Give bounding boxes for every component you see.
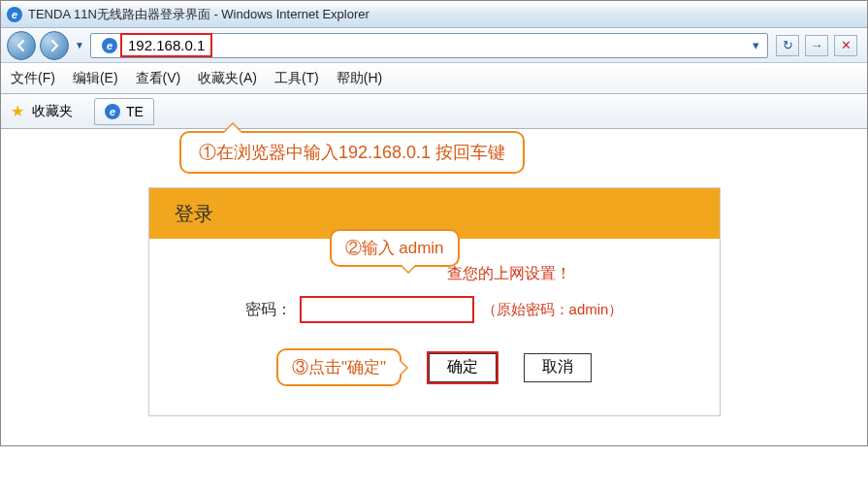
callout-step3: ③点击"确定" [276, 348, 402, 386]
menu-edit[interactable]: 编辑(E) [73, 70, 118, 87]
menu-help[interactable]: 帮助(H) [337, 70, 382, 87]
address-bar[interactable]: e 192.168.0.1 ▾ [90, 33, 768, 58]
menu-favorites[interactable]: 收藏夹(A) [198, 70, 257, 87]
login-panel: 登录 ②输入 admin pad pad pad pad pad 查您的上网设置… [148, 187, 721, 416]
window-title: TENDA 11N无线路由器登录界面 - Windows Internet Ex… [28, 6, 370, 23]
password-hint: （原始密码：admin） [482, 301, 624, 319]
forward-button[interactable] [40, 31, 69, 60]
page-content: 登录 ②输入 admin pad pad pad pad pad 查您的上网设置… [1, 129, 867, 445]
callout-step3-text: ③点击"确定" [292, 358, 386, 377]
menu-bar: 文件(F) 编辑(E) 查看(V) 收藏夹(A) 工具(T) 帮助(H) [1, 63, 867, 94]
page-icon: e [101, 37, 118, 54]
refresh-icon: ↻ [783, 38, 793, 52]
password-input[interactable] [300, 296, 474, 323]
go-button[interactable]: → [805, 35, 828, 56]
favorites-star-icon[interactable]: ★ [11, 102, 24, 120]
callout-step2-text: ②输入 admin [345, 239, 444, 257]
address-url[interactable]: 192.168.0.1 [122, 35, 210, 55]
menu-view[interactable]: 查看(V) [136, 70, 181, 87]
password-label: 密码： [245, 300, 292, 320]
callout-step1: ①在浏览器中输入192.168.0.1 按回车键 [179, 131, 525, 174]
toolbar-right: ↻ → ✕ [772, 35, 861, 56]
menu-file[interactable]: 文件(F) [11, 70, 55, 87]
tab-label: TE [126, 104, 144, 119]
favorites-bar: ★ 收藏夹 e TE [1, 94, 867, 129]
ok-button[interactable]: 确定 [429, 353, 497, 382]
refresh-button[interactable]: ↻ [776, 35, 799, 56]
menu-tools[interactable]: 工具(T) [274, 70, 319, 87]
stop-button[interactable]: ✕ [834, 35, 857, 56]
address-dropdown-icon[interactable]: ▾ [749, 38, 763, 52]
browser-navbar: ▼ e 192.168.0.1 ▾ ↻ → ✕ [1, 28, 867, 63]
nav-history-dropdown-icon[interactable]: ▼ [73, 39, 86, 52]
tab-favicon: e [105, 103, 120, 119]
login-message: 查您的上网设置！ [447, 265, 571, 281]
window-titlebar: e TENDA 11N无线路由器登录界面 - Windows Internet … [1, 1, 867, 28]
back-button[interactable] [7, 31, 36, 60]
cancel-button[interactable]: 取消 [524, 353, 592, 382]
callout-step1-text: ①在浏览器中输入192.168.0.1 按回车键 [199, 143, 505, 162]
ie-logo-icon: e [7, 7, 22, 22]
favorites-label[interactable]: 收藏夹 [32, 103, 73, 120]
callout-step2: ②输入 admin [330, 229, 460, 267]
stop-icon: ✕ [841, 38, 852, 52]
go-icon: → [811, 38, 823, 52]
browser-tab[interactable]: e TE [94, 98, 154, 125]
